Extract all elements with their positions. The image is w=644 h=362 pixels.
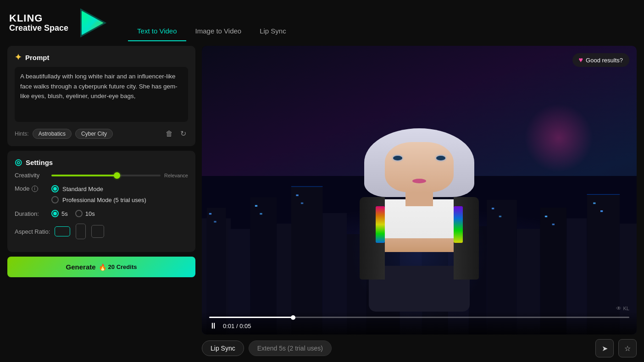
- svg-rect-26: [296, 194, 298, 196]
- duration-label: Duration:: [15, 210, 47, 217]
- lips: [412, 179, 426, 183]
- share-icon: ➤: [602, 344, 608, 353]
- refresh-hints-button[interactable]: ↻: [178, 127, 188, 140]
- prompt-footer: Hints: Astrobatics Cyber City 🗑 ↻: [15, 127, 188, 140]
- hints-area: Hints: Astrobatics Cyber City: [15, 129, 113, 139]
- favorite-button[interactable]: ☆: [618, 339, 637, 357]
- logo-creative-space: Creative Space: [9, 24, 68, 33]
- eye-icon: 👁: [616, 305, 622, 312]
- good-results-label: Good results?: [586, 57, 623, 64]
- left-eye: [393, 156, 402, 160]
- creativity-row: Creativity Relevance: [15, 172, 188, 179]
- trash-icon: 🗑: [166, 130, 173, 137]
- duration-5s-label: 5s: [61, 210, 68, 217]
- svg-rect-24: [255, 205, 257, 206]
- duration-5s[interactable]: 5s: [51, 210, 68, 217]
- video-placeholder: ♥ Good results? 👁 KL: [202, 46, 637, 335]
- mode-info-icon[interactable]: i: [32, 186, 38, 192]
- aspect-16-9-button[interactable]: [55, 226, 70, 236]
- star-icon: ☆: [624, 344, 631, 353]
- logo-text: KLING Creative Space: [9, 13, 68, 33]
- hint-chip-astrobatics[interactable]: Astrobatics: [33, 129, 72, 139]
- credits-badge: 🔥 20 Credits: [99, 263, 137, 271]
- midriff: [383, 238, 456, 252]
- aspect-16-9-icon: [57, 229, 68, 234]
- tab-lip-sync[interactable]: Lip Sync: [250, 23, 295, 41]
- controls-row: ⏸ 0:01 / 0:05: [209, 322, 629, 330]
- aspect-9-16-icon: [78, 226, 83, 237]
- time-display: 0:01 / 0:05: [223, 323, 251, 329]
- svg-rect-22: [209, 213, 211, 214]
- logo-icon: [73, 5, 110, 41]
- aspect-ratio-label: Aspect Ratio:: [15, 228, 50, 235]
- generate-label: Generate: [66, 263, 96, 271]
- lip-sync-action-button[interactable]: Lip Sync: [202, 340, 244, 356]
- pause-icon: ⏸: [209, 321, 217, 330]
- video-actions: Lip Sync Extend 5s (2 trial uses) ➤ ☆: [202, 339, 637, 357]
- creativity-label: Creativity: [15, 172, 47, 179]
- right-panel: ♥ Good results? 👁 KL: [202, 46, 637, 357]
- prompt-label: Prompt: [25, 54, 50, 61]
- face: [385, 142, 454, 192]
- total-time: 0:05: [239, 323, 251, 329]
- duration-10s[interactable]: 10s: [75, 210, 95, 217]
- settings-title: ◎ Settings: [15, 157, 188, 167]
- prompt-textarea[interactable]: A beautifullady with long white hair and…: [15, 67, 188, 122]
- logo-area: KLING Creative Space: [9, 5, 110, 41]
- fire-icon: 🔥: [99, 263, 106, 271]
- generate-button[interactable]: Generate 🔥 20 Credits: [7, 257, 195, 277]
- rainbow-right: [454, 206, 463, 243]
- progress-thumb: [291, 315, 295, 320]
- slider-thumb: [114, 172, 120, 179]
- tab-image-to-video[interactable]: Image to Video: [186, 23, 251, 41]
- svg-rect-25: [260, 213, 262, 214]
- aspect-9-16-button[interactable]: [76, 224, 86, 239]
- tab-text-to-video[interactable]: Text to Video: [128, 23, 186, 41]
- kling-watermark: 👁 KL: [616, 305, 629, 312]
- svg-rect-23: [214, 221, 216, 222]
- svg-rect-35: [552, 223, 555, 225]
- extend-action-button[interactable]: Extend 5s (2 trial uses): [249, 340, 332, 356]
- radio-5s: [51, 210, 59, 217]
- video-controls: ⏸ 0:01 / 0:05: [202, 311, 637, 335]
- mode-options: Standard Mode Professional Mode (5 trial…: [51, 185, 188, 203]
- progress-bar[interactable]: [209, 317, 629, 318]
- radio-dot-5s: [53, 212, 57, 215]
- svg-rect-27: [301, 202, 303, 203]
- current-time: 0:01: [223, 323, 234, 329]
- duration-options: 5s 10s: [51, 210, 188, 217]
- pause-button[interactable]: ⏸: [209, 322, 217, 330]
- delete-prompt-button[interactable]: 🗑: [164, 128, 175, 140]
- top-nav: KLING Creative Space Text to Video Image…: [0, 0, 644, 41]
- sun-icon: ✦: [15, 52, 22, 62]
- svg-rect-32: [492, 208, 494, 209]
- mode-professional[interactable]: Professional Mode (5 trial uses): [51, 196, 188, 203]
- rainbow-left: [376, 206, 385, 243]
- svg-rect-33: [499, 215, 501, 217]
- duration-row: Duration: 5s 10s: [15, 210, 188, 217]
- aspect-options: [55, 224, 188, 239]
- duration-10s-label: 10s: [85, 210, 95, 217]
- progress-fill: [209, 317, 293, 318]
- share-button[interactable]: ➤: [595, 339, 614, 357]
- creativity-slider-container: Relevance: [51, 173, 188, 178]
- svg-rect-36: [593, 202, 595, 203]
- mode-standard[interactable]: Standard Mode: [51, 185, 188, 192]
- prompt-title: ✦ Prompt: [15, 52, 188, 62]
- jacket-right: [454, 197, 479, 280]
- aspect-1-1-button[interactable]: [91, 225, 104, 238]
- radio-dot-standard: [53, 187, 57, 191]
- hint-chip-cyber-city[interactable]: Cyber City: [75, 129, 113, 139]
- aspect-1-1-icon: [94, 227, 102, 236]
- relevance-label: Relevance: [164, 173, 188, 178]
- person-art: [360, 128, 479, 312]
- credits-label: 20 Credits: [108, 263, 137, 270]
- settings-card: ◎ Settings Creativity Relevance Mode i: [7, 151, 195, 252]
- prompt-card: ✦ Prompt A beautifullady with long white…: [7, 46, 195, 146]
- refresh-icon: ↻: [180, 130, 186, 137]
- svg-rect-34: [545, 215, 547, 217]
- radio-professional: [51, 196, 59, 203]
- creativity-slider[interactable]: [51, 175, 161, 176]
- professional-mode-label: Professional Mode (5 trial uses): [62, 197, 146, 203]
- main-layout: ✦ Prompt A beautifullady with long white…: [0, 41, 644, 362]
